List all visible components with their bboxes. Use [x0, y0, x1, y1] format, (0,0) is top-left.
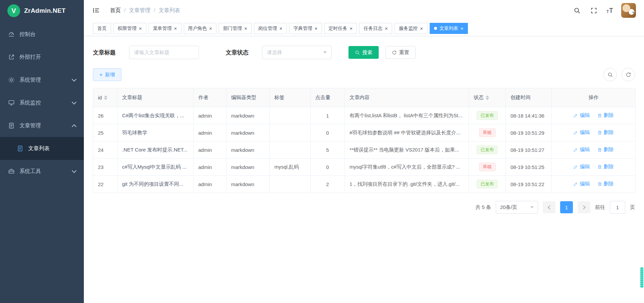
toggle-search-button[interactable] — [603, 68, 617, 81]
column-label: 创建时间 — [511, 94, 531, 100]
cell-created-time: 08-19 10:51:29 — [506, 124, 552, 141]
tab[interactable]: 岗位管理 — [254, 23, 287, 34]
tab-bar: 首页 权限管理 菜单管理 用户角色 — [84, 21, 644, 36]
tab[interactable]: 定时任务 — [324, 23, 357, 34]
refresh-table-button[interactable] — [622, 68, 635, 81]
trash-icon — [597, 130, 602, 135]
tab-close-icon[interactable] — [315, 26, 318, 31]
app-title: ZrAdmin.NET — [24, 7, 66, 14]
chevron-down-icon — [72, 168, 76, 173]
sidebar-item-system-tools[interactable]: 系统工具 — [0, 160, 84, 183]
sidebar-item-dashboard[interactable]: 控制台 — [0, 23, 84, 46]
column-label: 操作 — [589, 94, 599, 100]
column-label: 状态 — [474, 94, 484, 101]
article-title-label: 文章标题 — [93, 49, 116, 56]
tab-close-icon[interactable] — [385, 26, 388, 31]
tab-close-icon[interactable] — [209, 26, 212, 31]
tab[interactable]: 部门管理 — [219, 23, 252, 34]
sidebar-item-system-monitor[interactable]: 系统监控 — [0, 91, 84, 114]
tab-close-icon[interactable] — [244, 26, 247, 31]
breadcrumb-item-article-management[interactable]: 文章管理 — [129, 7, 150, 14]
tab[interactable]: 文章列表 — [430, 23, 468, 34]
column-status[interactable]: 状态 — [469, 88, 506, 107]
app-logo[interactable]: V ZrAdmin.NET — [0, 0, 84, 21]
tab-close-icon[interactable] — [420, 26, 423, 31]
sidebar-item-label: 文章列表 — [28, 145, 50, 152]
goto-page-input[interactable]: 1 — [610, 201, 625, 214]
tab-active-dot-icon — [434, 27, 437, 30]
edit-link[interactable]: 编辑 — [573, 164, 590, 170]
reset-button[interactable]: 重置 — [385, 46, 416, 59]
sidebar-item-article-management[interactable]: 文章管理 — [0, 114, 84, 137]
cell-operations: 编辑 删除 — [552, 124, 636, 141]
breadcrumb-item-article-list[interactable]: 文章列表 — [159, 7, 180, 14]
sort-carets-icon[interactable] — [104, 95, 107, 100]
search-button[interactable]: 搜索 — [348, 46, 379, 59]
breadcrumb-item-home[interactable]: 首页 — [110, 7, 121, 14]
next-page-button[interactable] — [578, 201, 590, 213]
cell-title: git 为不同的项目设置不同... — [117, 176, 194, 193]
article-status-select[interactable]: 请选择 — [262, 46, 332, 59]
page-number-button[interactable]: 1 — [560, 201, 573, 213]
cell-author: admin — [194, 141, 226, 159]
add-button[interactable]: 新增 — [93, 68, 121, 81]
tab[interactable]: 菜单管理 — [149, 23, 181, 34]
scrollbar-thumb[interactable] — [640, 267, 643, 288]
user-avatar[interactable] — [621, 3, 636, 18]
delete-link[interactable]: 删除 — [597, 164, 614, 170]
tab-close-icon[interactable] — [461, 26, 464, 31]
main-area: 首页 / 文章管理 / 文章列表 — [84, 0, 644, 303]
column-content: 文章内容 — [345, 88, 469, 107]
toolbox-icon — [8, 168, 15, 175]
prev-page-button[interactable] — [543, 201, 555, 213]
tab[interactable]: 字典管理 — [289, 23, 322, 34]
fullscreen-icon[interactable] — [590, 6, 598, 15]
delete-link[interactable]: 删除 — [597, 146, 614, 153]
tab[interactable]: 任务日志 — [359, 23, 392, 34]
delete-link-label: 删除 — [604, 129, 614, 136]
delete-link[interactable]: 删除 — [597, 112, 614, 119]
cell-editor-type: markdown — [226, 176, 270, 193]
column-label: 文章内容 — [350, 94, 370, 100]
delete-link[interactable]: 删除 — [597, 129, 614, 136]
tab-close-icon[interactable] — [279, 26, 282, 31]
edit-link[interactable]: 编辑 — [573, 112, 590, 119]
edit-link[interactable]: 编辑 — [573, 181, 590, 187]
cell-operations: 编辑 删除 — [552, 176, 636, 193]
cell-status: 草稿 — [469, 159, 506, 176]
sort-carets-icon[interactable] — [486, 95, 489, 100]
edit-link[interactable]: 编辑 — [573, 146, 590, 153]
tab[interactable]: 服务监控 — [394, 23, 427, 34]
articles-table: id 文章标题 作者 编辑器类型 标签 点击量 文章内容 — [93, 88, 635, 193]
tab-label: 文章列表 — [439, 26, 458, 32]
toolbar-right-actions — [603, 68, 635, 81]
sidebar-item-external-open[interactable]: 外部打开 — [0, 46, 84, 69]
tab[interactable]: 首页 — [93, 23, 111, 34]
cell-author: admin — [194, 124, 226, 141]
cell-created-time: 08-19 10:51:22 — [506, 176, 552, 193]
page-size-select[interactable]: 20条/页 — [496, 201, 538, 214]
tab-close-icon[interactable] — [139, 26, 142, 31]
article-status-label: 文章状态 — [226, 49, 249, 56]
table-row: 25 羽毛球教学 admin markdown 0 #羽毛球拍参数说明 ## 中… — [93, 124, 636, 141]
sidebar-item-system-management[interactable]: 系统管理 — [0, 69, 84, 91]
sidebar-item-article-list[interactable]: 文章列表 — [0, 137, 84, 160]
cell-title: 羽毛球教学 — [117, 124, 194, 141]
tab-close-icon[interactable] — [174, 26, 177, 31]
delete-link[interactable]: 删除 — [597, 181, 614, 187]
tab[interactable]: 权限管理 — [113, 23, 146, 34]
search-icon[interactable] — [573, 6, 582, 15]
tab-close-icon[interactable] — [350, 26, 353, 31]
tab[interactable]: 用户角色 — [184, 23, 217, 34]
column-id[interactable]: id — [93, 88, 117, 107]
font-size-icon[interactable] — [606, 7, 613, 14]
edit-link[interactable]: 编辑 — [573, 129, 590, 136]
sidebar-item-label: 系统工具 — [19, 168, 41, 175]
cell-operations: 编辑 删除 — [552, 159, 636, 176]
cell-tags — [270, 107, 311, 124]
cell-hits: 0 — [311, 159, 345, 176]
cell-operations: 编辑 删除 — [552, 107, 636, 124]
caret-down-icon[interactable] — [632, 12, 635, 14]
article-title-input[interactable]: 请输入文章标题 — [129, 46, 199, 59]
sidebar-toggle-icon[interactable] — [91, 5, 102, 16]
